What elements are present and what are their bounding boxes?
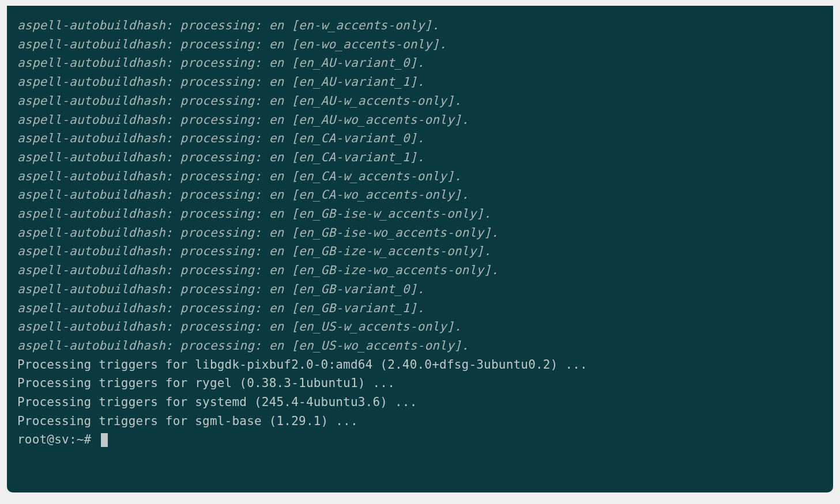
- aspell-item-name: [en_US-w_accents-only]: [291, 320, 454, 334]
- aspell-tool-label: aspell-autobuildhash:: [17, 320, 173, 334]
- aspell-processing-label: processing:: [180, 37, 262, 51]
- aspell-processing-label: processing:: [180, 56, 262, 70]
- aspell-processing-label: processing:: [180, 339, 262, 353]
- aspell-lang-label: en: [269, 263, 284, 277]
- aspell-dot: .: [462, 113, 469, 127]
- aspell-output-line: aspell-autobuildhash: processing: en [en…: [17, 336, 830, 355]
- aspell-processing-label: processing:: [180, 282, 262, 296]
- aspell-output-line: aspell-autobuildhash: processing: en [en…: [17, 16, 830, 35]
- aspell-tool-label: aspell-autobuildhash:: [17, 37, 173, 51]
- aspell-dot: .: [484, 207, 491, 221]
- aspell-lang-label: en: [269, 113, 284, 127]
- aspell-item-name: [en_CA-wo_accents-only]: [291, 188, 461, 202]
- aspell-output-line: aspell-autobuildhash: processing: en [en…: [17, 204, 830, 223]
- aspell-processing-label: processing:: [180, 320, 262, 334]
- aspell-dot: .: [491, 263, 499, 277]
- aspell-output-line: aspell-autobuildhash: processing: en [en…: [17, 148, 830, 167]
- aspell-item-name: [en_GB-variant_0]: [291, 282, 417, 296]
- aspell-dot: .: [454, 320, 462, 334]
- aspell-output-line: aspell-autobuildhash: processing: en [en…: [17, 185, 830, 204]
- aspell-processing-label: processing:: [180, 75, 262, 89]
- aspell-tool-label: aspell-autobuildhash:: [17, 113, 173, 127]
- aspell-processing-label: processing:: [180, 131, 262, 145]
- aspell-lang-label: en: [269, 131, 284, 145]
- aspell-lang-label: en: [269, 94, 284, 108]
- aspell-output-line: aspell-autobuildhash: processing: en [en…: [17, 73, 830, 92]
- trigger-output-line: Processing triggers for rygel (0.38.3-1u…: [17, 374, 830, 393]
- aspell-dot: .: [439, 37, 447, 51]
- terminal-cursor: [101, 433, 108, 447]
- aspell-output-line: aspell-autobuildhash: processing: en [en…: [17, 242, 830, 261]
- aspell-processing-label: processing:: [180, 150, 262, 164]
- aspell-item-name: [en_GB-ize-wo_accents-only]: [291, 263, 491, 277]
- aspell-dot: .: [454, 94, 462, 108]
- aspell-item-name: [en-w_accents-only]: [291, 18, 432, 32]
- aspell-output-line: aspell-autobuildhash: processing: en [en…: [17, 129, 830, 148]
- aspell-output-line: aspell-autobuildhash: processing: en [en…: [17, 317, 830, 336]
- aspell-output-line: aspell-autobuildhash: processing: en [en…: [17, 111, 830, 130]
- aspell-lang-label: en: [269, 301, 284, 315]
- aspell-item-name: [en_GB-ize-w_accents-only]: [291, 244, 484, 258]
- aspell-output-line: aspell-autobuildhash: processing: en [en…: [17, 223, 830, 242]
- aspell-item-name: [en_GB-ise-w_accents-only]: [291, 207, 484, 221]
- aspell-lang-label: en: [269, 188, 284, 202]
- aspell-tool-label: aspell-autobuildhash:: [17, 244, 173, 258]
- aspell-dot: .: [417, 301, 425, 315]
- aspell-lang-label: en: [269, 339, 284, 353]
- aspell-lang-label: en: [269, 282, 284, 296]
- aspell-output-line: aspell-autobuildhash: processing: en [en…: [17, 35, 830, 54]
- aspell-dot: .: [417, 131, 425, 145]
- aspell-processing-label: processing:: [180, 244, 262, 258]
- aspell-item-name: [en_CA-variant_1]: [291, 150, 417, 164]
- terminal-output: aspell-autobuildhash: processing: en [en…: [17, 16, 830, 449]
- aspell-item-name: [en_US-wo_accents-only]: [291, 339, 461, 353]
- aspell-item-name: [en_AU-wo_accents-only]: [291, 113, 461, 127]
- aspell-lang-label: en: [269, 320, 284, 334]
- aspell-item-name: [en_AU-w_accents-only]: [291, 94, 454, 108]
- aspell-processing-label: processing:: [180, 169, 262, 183]
- aspell-processing-label: processing:: [180, 263, 262, 277]
- aspell-tool-label: aspell-autobuildhash:: [17, 339, 173, 353]
- trigger-output-line: Processing triggers for libgdk-pixbuf2.0…: [17, 355, 830, 374]
- aspell-dot: .: [462, 339, 469, 353]
- prompt-text: root@sv:~#: [17, 430, 99, 449]
- aspell-lang-label: en: [269, 244, 284, 258]
- aspell-lang-label: en: [269, 150, 284, 164]
- aspell-output-line: aspell-autobuildhash: processing: en [en…: [17, 261, 830, 280]
- aspell-item-name: [en_AU-variant_1]: [291, 75, 417, 89]
- aspell-lang-label: en: [269, 37, 284, 51]
- aspell-lang-label: en: [269, 169, 284, 183]
- aspell-dot: .: [417, 75, 425, 89]
- shell-prompt[interactable]: root@sv:~#: [17, 430, 830, 449]
- terminal-window[interactable]: aspell-autobuildhash: processing: en [en…: [7, 6, 833, 492]
- aspell-processing-label: processing:: [180, 188, 262, 202]
- aspell-item-name: [en-wo_accents-only]: [291, 37, 439, 51]
- trigger-output-line: Processing triggers for sgml-base (1.29.…: [17, 412, 830, 431]
- aspell-tool-label: aspell-autobuildhash:: [17, 150, 173, 164]
- aspell-tool-label: aspell-autobuildhash:: [17, 282, 173, 296]
- aspell-item-name: [en_AU-variant_0]: [291, 56, 417, 70]
- aspell-tool-label: aspell-autobuildhash:: [17, 188, 173, 202]
- trigger-output-line: Processing triggers for systemd (245.4-4…: [17, 393, 830, 412]
- aspell-tool-label: aspell-autobuildhash:: [17, 18, 173, 32]
- aspell-tool-label: aspell-autobuildhash:: [17, 263, 173, 277]
- aspell-dot: .: [491, 226, 499, 240]
- aspell-tool-label: aspell-autobuildhash:: [17, 207, 173, 221]
- aspell-output-line: aspell-autobuildhash: processing: en [en…: [17, 299, 830, 318]
- aspell-tool-label: aspell-autobuildhash:: [17, 169, 173, 183]
- aspell-processing-label: processing:: [180, 226, 262, 240]
- aspell-output-line: aspell-autobuildhash: processing: en [en…: [17, 92, 830, 111]
- aspell-dot: .: [417, 282, 425, 296]
- aspell-tool-label: aspell-autobuildhash:: [17, 75, 173, 89]
- aspell-output-line: aspell-autobuildhash: processing: en [en…: [17, 54, 830, 73]
- aspell-dot: .: [454, 169, 462, 183]
- aspell-processing-label: processing:: [180, 207, 262, 221]
- aspell-lang-label: en: [269, 56, 284, 70]
- aspell-item-name: [en_GB-ise-wo_accents-only]: [291, 226, 491, 240]
- aspell-tool-label: aspell-autobuildhash:: [17, 131, 173, 145]
- aspell-dot: .: [432, 18, 439, 32]
- aspell-tool-label: aspell-autobuildhash:: [17, 94, 173, 108]
- aspell-dot: .: [417, 56, 425, 70]
- aspell-lang-label: en: [269, 75, 284, 89]
- aspell-item-name: [en_CA-variant_0]: [291, 131, 417, 145]
